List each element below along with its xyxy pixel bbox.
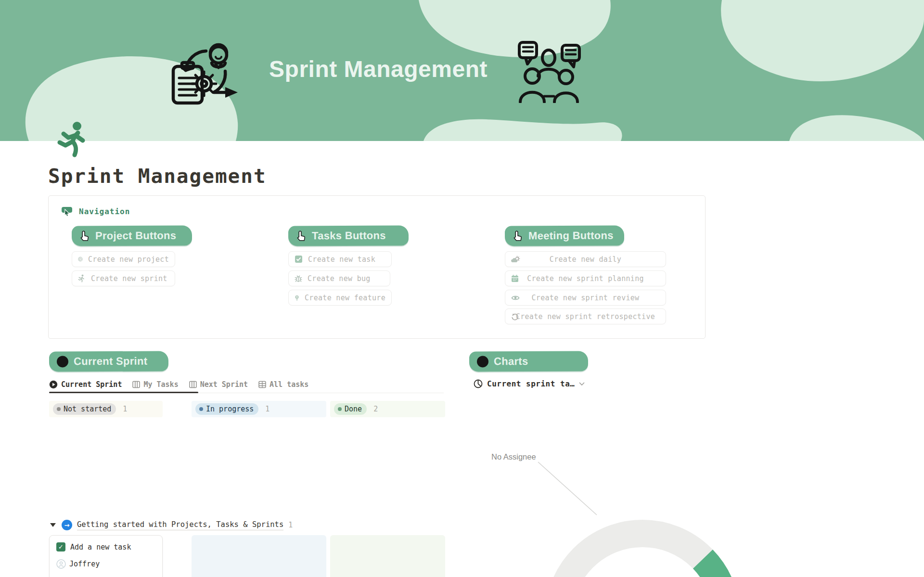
project-buttons-heading[interactable]: Project Buttons [72, 225, 192, 246]
status-label: In progress [206, 405, 254, 413]
sprint-management-page: Sprint Management [0, 0, 924, 577]
status-dot-icon [199, 407, 203, 411]
cursor-click-icon [61, 205, 74, 217]
column-header-not-started[interactable]: Not started 1 [49, 401, 163, 417]
navigation-header: Navigation [61, 205, 130, 217]
bug-icon [295, 274, 302, 282]
column-count: 1 [123, 405, 127, 413]
button-label: Create new project [88, 255, 169, 264]
runner-icon [78, 274, 86, 282]
button-label: Create new bug [308, 274, 371, 283]
status-dot-icon [57, 407, 61, 411]
eye-icon [511, 295, 520, 301]
scrum-illustration-icon [171, 37, 240, 106]
sprint-group-count: 1 [288, 521, 293, 529]
status-chip: Not started [53, 403, 116, 415]
create-new-bug-button[interactable]: Create new bug [288, 270, 390, 286]
status-chip: In progress [195, 403, 258, 415]
hand-cursor-icon [513, 230, 523, 242]
create-new-feature-button[interactable]: Create new feature [288, 290, 392, 306]
task-card[interactable]: ✓ Add a new task Joffrey [49, 535, 163, 577]
column-count: 2 [373, 405, 378, 413]
banner-title: Sprint Management [268, 56, 489, 82]
column-count: 1 [265, 405, 270, 413]
meeting-buttons-heading[interactable]: Meeting Buttons [505, 225, 624, 246]
board-view-tabs: Current Sprint My Tasks Next Sprint All … [49, 378, 308, 391]
in-progress-column-body [192, 535, 326, 577]
chart-segment-label: No Assignee [491, 452, 536, 461]
charts-heading[interactable]: Charts [469, 351, 588, 372]
column-header-done[interactable]: Done 2 [330, 401, 445, 417]
navigation-title: Navigation [79, 207, 130, 216]
target-icon [78, 255, 83, 263]
tab-label: Current Sprint [61, 380, 122, 389]
tab-next-sprint[interactable]: Next Sprint [189, 380, 248, 389]
assignee-name: Joffrey [69, 560, 100, 568]
button-label: Create new sprint planning [527, 274, 644, 283]
tasks-buttons-label: Tasks Buttons [312, 230, 386, 243]
project-buttons-label: Project Buttons [95, 230, 176, 243]
chart-dropdown-label: Current sprint ta… [487, 379, 575, 388]
status-label: Done [345, 405, 362, 413]
play-circle-icon [49, 380, 58, 389]
collapse-toggle-icon[interactable] [50, 523, 56, 527]
create-new-sprint-planning-button[interactable]: Create new sprint planning [505, 270, 666, 286]
page-icon-runner[interactable] [57, 120, 93, 158]
black-dot-icon [477, 356, 488, 367]
avatar-placeholder-icon [56, 559, 66, 569]
donut-segment-green [703, 559, 727, 577]
sun-cloud-icon [511, 256, 520, 263]
tab-all-tasks[interactable]: All tasks [258, 380, 308, 389]
pie-chart-icon [474, 379, 483, 388]
tab-current-sprint[interactable]: Current Sprint [49, 380, 122, 389]
meeting-buttons-label: Meeting Buttons [528, 230, 614, 243]
tab-my-tasks[interactable]: My Tasks [132, 380, 178, 389]
status-dot-icon [338, 407, 342, 411]
create-new-task-button[interactable]: Create new task [288, 251, 392, 267]
status-label: Not started [64, 405, 111, 413]
current-sprint-label: Current Sprint [74, 355, 147, 368]
create-new-sprint-button[interactable]: Create new sprint [72, 270, 175, 286]
tab-label: My Tasks [143, 380, 178, 389]
task-checkbox[interactable]: ✓ [56, 542, 65, 551]
assignee-donut-chart: No Assignee [469, 423, 732, 577]
button-label: Create new sprint review [532, 294, 640, 302]
board-columns-icon [189, 381, 197, 388]
black-dot-icon [57, 356, 68, 367]
create-new-daily-button[interactable]: Create new daily [505, 251, 666, 267]
hand-cursor-icon [296, 230, 307, 242]
sprint-group-row[interactable]: → Getting started with Projects, Tasks &… [50, 519, 293, 531]
page-title: Sprint Management [48, 165, 267, 188]
bulb-icon [295, 294, 299, 302]
create-new-project-button[interactable]: Create new project [72, 251, 175, 267]
task-title: Add a new task [70, 543, 131, 551]
arrow-right-circle-icon: → [62, 520, 72, 530]
navigation-callout: Navigation Project Buttons Create new pr… [48, 195, 706, 339]
checkbox-icon [295, 255, 303, 263]
hand-cursor-icon [79, 230, 90, 242]
current-sprint-heading[interactable]: Current Sprint [49, 351, 168, 372]
column-header-in-progress[interactable]: In progress 1 [192, 401, 326, 417]
undo-arrow-icon [511, 313, 519, 321]
button-label: Create new feature [305, 294, 385, 302]
chart-title-dropdown[interactable]: Current sprint ta… [474, 379, 585, 388]
button-label: Create new sprint retrospective [516, 312, 655, 321]
chart-label-leader-line [538, 462, 597, 515]
chevron-down-icon [579, 382, 585, 386]
done-column-body [330, 535, 445, 577]
table-icon [258, 381, 266, 388]
button-label: Create new sprint [91, 274, 167, 283]
create-new-sprint-review-button[interactable]: Create new sprint review [505, 290, 666, 306]
status-chip: Done [334, 403, 367, 415]
tab-label: All tasks [270, 380, 308, 389]
tasks-buttons-heading[interactable]: Tasks Buttons [288, 225, 409, 246]
calendar-icon [511, 275, 519, 282]
active-tab-underline [49, 392, 198, 393]
button-label: Create new task [308, 255, 375, 264]
create-new-sprint-retrospective-button[interactable]: Create new sprint retrospective [505, 308, 666, 324]
charts-label: Charts [494, 355, 528, 368]
meeting-illustration-icon [518, 39, 582, 103]
button-label: Create new daily [550, 255, 621, 264]
board-columns-icon [132, 381, 140, 388]
page-cover-banner: Sprint Management [0, 0, 924, 141]
